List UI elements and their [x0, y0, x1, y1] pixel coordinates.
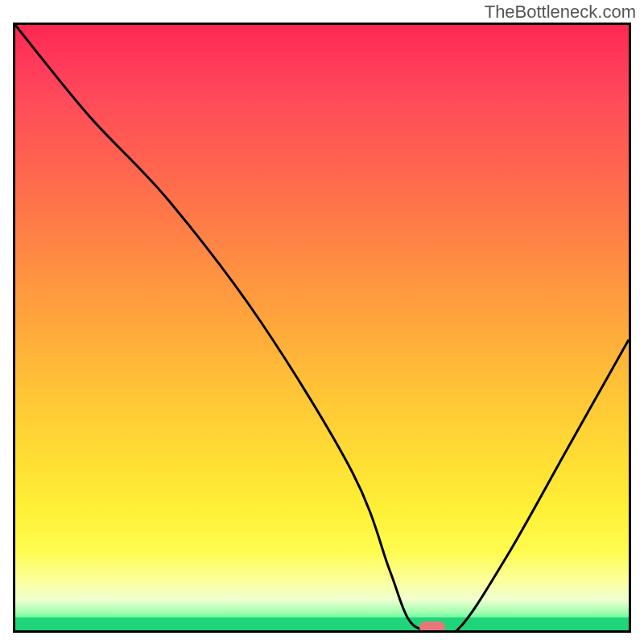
chart-plot-area: [13, 23, 631, 633]
watermark-text: TheBottleneck.com: [485, 2, 636, 23]
optimal-point-marker: [419, 621, 445, 633]
curve-line: [15, 25, 629, 630]
